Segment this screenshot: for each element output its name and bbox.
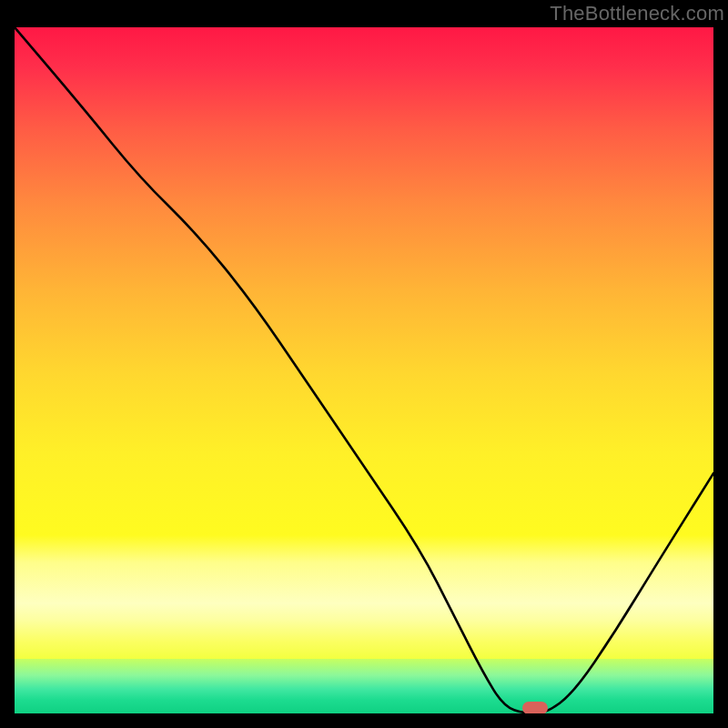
plot-area — [15, 27, 713, 713]
bottleneck-curve — [15, 27, 713, 713]
curve-svg — [15, 27, 713, 713]
chart-container: TheBottleneck.com — [0, 0, 728, 728]
watermark-text: TheBottleneck.com — [550, 2, 724, 25]
optimal-marker — [522, 702, 548, 713]
